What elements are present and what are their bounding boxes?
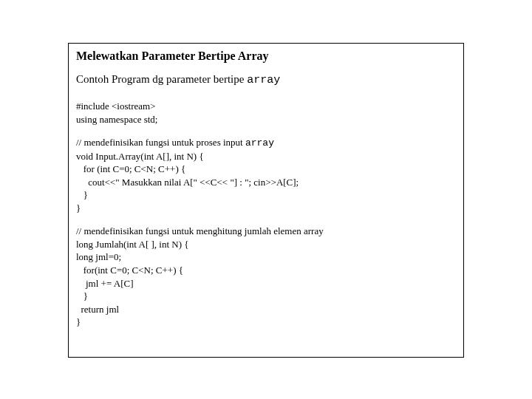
code-line: return jml <box>76 303 456 316</box>
code-line: } <box>76 290 456 303</box>
comment-mono: array <box>245 137 274 149</box>
comment-text: // mendefinisikan fungsi untuk proses in… <box>76 137 245 148</box>
code-block-input-function: // mendefinisikan fungsi untuk proses in… <box>76 136 456 214</box>
slide-frame: Melewatkan Parameter Bertipe Array Conto… <box>68 43 464 358</box>
code-line: } <box>76 202 456 215</box>
code-line: for (int C=0; C<N; C++) { <box>76 163 456 176</box>
code-line: for(int C=0; C<N; C++) { <box>76 264 456 277</box>
code-line: } <box>76 188 456 202</box>
code-line: } <box>76 316 456 329</box>
code-line: #include <iostream> <box>76 100 456 113</box>
code-line: long jml=0; <box>76 250 456 264</box>
code-line: cout<<" Masukkan nilai A[" <<C<< "] : ";… <box>76 176 456 189</box>
code-line: // mendefinisikan fungsi untuk proses in… <box>76 136 456 150</box>
subtitle-mono: array <box>247 74 280 86</box>
slide-title: Melewatkan Parameter Bertipe Array <box>76 50 456 63</box>
code-line: using namespace std; <box>76 113 456 126</box>
subtitle-text: Contoh Program dg parameter bertipe <box>76 73 247 85</box>
code-line: void Input.Array(int A[], int N) { <box>76 150 456 163</box>
code-line: long Jumlah(int A[ ], int N) { <box>76 238 456 251</box>
code-block-sum-function: // mendefinisikan fungsi untuk menghitun… <box>76 225 456 328</box>
code-block-includes: #include <iostream> using namespace std; <box>76 100 456 126</box>
code-line: // mendefinisikan fungsi untuk menghitun… <box>76 225 456 238</box>
code-line: jml += A[C] <box>76 277 456 290</box>
slide-subtitle: Contoh Program dg parameter bertipe arra… <box>76 73 456 86</box>
